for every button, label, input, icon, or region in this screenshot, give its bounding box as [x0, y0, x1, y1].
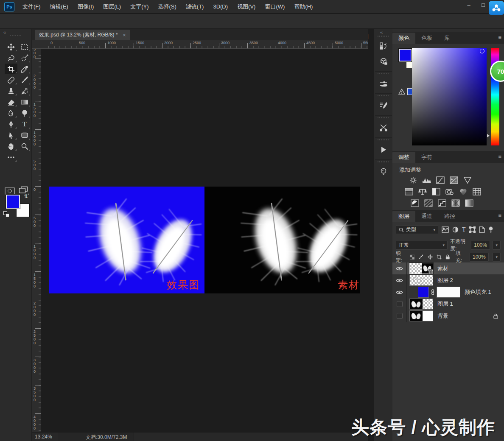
type-tool[interactable]: T — [18, 119, 31, 129]
gradient-map-icon[interactable] — [451, 199, 460, 207]
menu-help[interactable]: 帮助(H) — [289, 0, 317, 14]
hue-saturation-icon[interactable] — [404, 188, 414, 195]
black-white-icon[interactable] — [431, 188, 441, 195]
maximize-button[interactable]: □ — [476, 0, 490, 11]
layer-thumbnail[interactable] — [409, 310, 433, 321]
layers-panel-menu-icon[interactable]: ≡ — [498, 212, 501, 219]
layer-row-background[interactable]: 背景 — [392, 310, 504, 322]
menu-select[interactable]: 选择(S) — [153, 0, 181, 14]
spot-healing-brush-tool[interactable] — [5, 75, 17, 85]
actions-panel-icon[interactable] — [376, 142, 391, 157]
tab-adjustments[interactable]: 调整 — [392, 152, 415, 163]
opacity-value[interactable]: 100% — [471, 241, 490, 250]
quick-selection-tool[interactable] — [18, 53, 31, 63]
ruler-corner[interactable] — [32, 40, 41, 49]
fill-value[interactable]: 100% — [470, 253, 489, 262]
layer-thumbnail[interactable] — [409, 263, 433, 274]
brush-tool[interactable] — [18, 75, 31, 85]
overlay-app-icon[interactable] — [489, 1, 504, 15]
filter-adjustment-layers-icon[interactable] — [452, 226, 459, 233]
foreground-color-swatch[interactable] — [6, 195, 20, 209]
hand-tool[interactable] — [5, 141, 17, 151]
canvas-image[interactable]: 效果图 素材 — [49, 187, 360, 293]
tab-libraries[interactable]: 库 — [438, 33, 456, 44]
layer-thumbnail[interactable] — [409, 275, 433, 286]
collapse-toolbar-chevron[interactable]: ‹‹ — [3, 30, 6, 35]
path-selection-tool[interactable] — [5, 130, 17, 140]
menu-window[interactable]: 窗口(W) — [260, 0, 289, 14]
layer-row-tuceng1[interactable]: 图层 1 — [392, 298, 504, 310]
vertical-ruler[interactable]: 2500 2000 1500 1000 500 0 500 1000 1500 … — [32, 49, 41, 432]
layer-name[interactable]: 图层 1 — [437, 300, 453, 308]
layer-row-tuceng2[interactable]: 图层 2 — [392, 274, 504, 286]
default-colors-icon[interactable] — [3, 211, 9, 217]
brush-settings-panel-icon[interactable] — [376, 76, 391, 91]
marquee-tool[interactable] — [18, 42, 31, 52]
dodge-tool[interactable] — [18, 108, 31, 118]
expand-panels-chevron[interactable]: ‹‹ — [380, 30, 382, 35]
color-lookup-icon[interactable] — [472, 188, 482, 195]
3d-panel-icon[interactable] — [376, 54, 391, 69]
visibility-eye-icon[interactable] — [392, 262, 407, 274]
mask-link-icon[interactable] — [431, 289, 435, 295]
lock-pixels-icon[interactable] — [418, 254, 423, 260]
tool-presets-panel-icon[interactable] — [376, 120, 391, 135]
invert-icon[interactable] — [410, 199, 420, 207]
history-panel-icon[interactable] — [376, 39, 391, 53]
menu-filter[interactable]: 滤镜(T) — [181, 0, 209, 14]
color-balance-icon[interactable] — [418, 188, 427, 195]
close-tab-icon[interactable]: × — [123, 32, 126, 38]
exposure-icon[interactable] — [449, 176, 459, 184]
pen-tool[interactable] — [5, 119, 17, 129]
filter-smart-objects-icon[interactable] — [479, 226, 485, 233]
menu-image[interactable]: 图像(I) — [73, 0, 98, 14]
color-panel-menu-icon[interactable]: ≡ — [498, 34, 501, 41]
zoom-level-field[interactable]: 13.24% — [35, 434, 52, 440]
blend-mode-select[interactable]: 正常▾ — [396, 241, 448, 250]
fill-chevron[interactable]: ▾ — [493, 253, 501, 262]
layer-name[interactable]: 背景 — [437, 312, 448, 320]
lock-all-icon[interactable] — [445, 254, 450, 260]
layer-row-colorfill[interactable]: 颜色填充 1 — [392, 286, 504, 298]
smudge-tool[interactable] — [5, 108, 17, 118]
menu-layer[interactable]: 图层(L) — [98, 0, 126, 14]
learn-panel-icon[interactable] — [376, 165, 391, 179]
layer-row-sucai[interactable]: 素材 — [392, 262, 504, 274]
panel-foreground-swatch[interactable] — [399, 49, 412, 61]
clone-stamp-tool[interactable] — [5, 86, 17, 96]
tab-swatches[interactable]: 色板 — [415, 33, 438, 44]
posterize-icon[interactable] — [424, 199, 433, 207]
adjustments-panel-menu-icon[interactable]: ≡ — [498, 154, 501, 160]
lock-artboard-icon[interactable] — [437, 254, 442, 260]
threshold-icon[interactable] — [437, 199, 447, 207]
minimize-button[interactable]: – — [462, 0, 476, 11]
tab-channels[interactable]: 通道 — [415, 211, 438, 222]
fill-layer-thumbnail[interactable] — [418, 287, 429, 298]
levels-icon[interactable] — [422, 176, 431, 184]
vibrance-icon[interactable] — [463, 176, 472, 184]
brightness-contrast-icon[interactable] — [409, 176, 418, 184]
curves-icon[interactable] — [436, 176, 445, 184]
zoom-tool[interactable] — [18, 141, 31, 151]
screen-mode-button[interactable] — [17, 185, 30, 195]
filter-pixel-layers-icon[interactable] — [442, 226, 449, 233]
history-brush-tool[interactable] — [18, 86, 31, 96]
hue-slider-arrow[interactable] — [487, 134, 490, 137]
tab-character[interactable]: 字符 — [415, 152, 438, 163]
channel-mixer-icon[interactable] — [459, 188, 468, 195]
tab-layers[interactable]: 图层 — [392, 211, 415, 222]
visibility-checkbox-empty[interactable] — [392, 310, 407, 322]
gradient-tool[interactable] — [18, 97, 31, 107]
visibility-eye-icon[interactable] — [392, 286, 407, 298]
eyedropper-tool[interactable] — [18, 64, 31, 74]
tab-paths[interactable]: 路径 — [438, 211, 461, 222]
move-tool[interactable] — [5, 42, 17, 52]
filter-type-layers-icon[interactable]: T — [462, 226, 466, 233]
crop-tool[interactable] — [5, 64, 17, 74]
brush-presets-panel-icon[interactable] — [376, 98, 391, 113]
status-options-chevron[interactable]: 〉 — [125, 434, 130, 441]
photo-filter-icon[interactable] — [445, 188, 454, 195]
menu-type[interactable]: 文字(Y) — [126, 0, 153, 14]
layer-filter-type-select[interactable]: 类型▾ — [396, 225, 438, 234]
horizontal-ruler[interactable]: 0 500 1000 1500 2000 2500 3000 3500 4000… — [41, 40, 368, 49]
